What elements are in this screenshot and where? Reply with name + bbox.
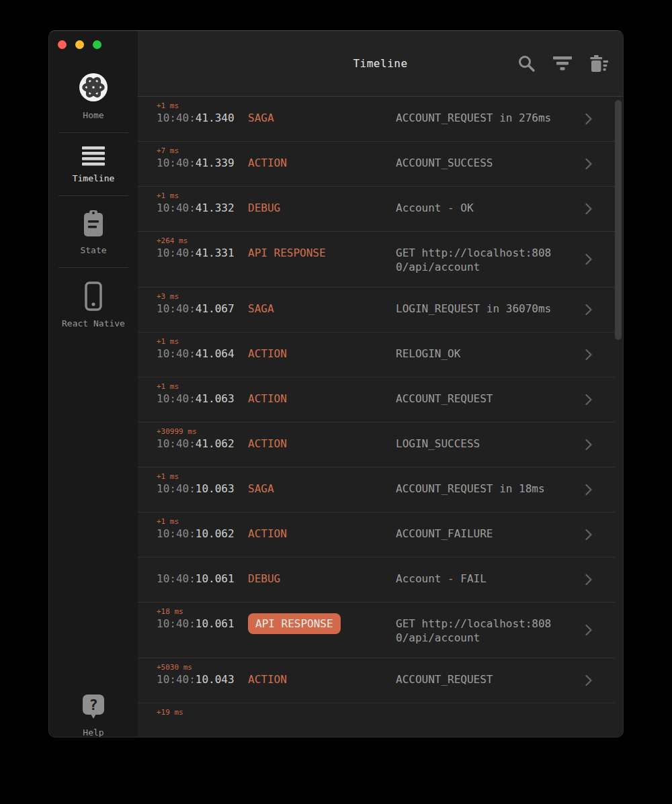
sidebar-item-home[interactable]: Home xyxy=(49,62,138,128)
row-description: ACCOUNT_FAILURE xyxy=(396,527,554,541)
sidebar-divider xyxy=(58,267,128,268)
row-timestamp: 10:40:10.061 xyxy=(157,617,248,631)
row-description: ACCOUNT_SUCCESS xyxy=(396,156,554,170)
row-timestamp: 10:40:41.331 xyxy=(157,246,248,260)
sidebar-item-label: Home xyxy=(83,110,103,120)
sidebar-item-label: Timeline xyxy=(73,173,115,183)
row-description: ACCOUNT_REQUEST xyxy=(396,672,554,686)
row-delta-ms: +1 ms xyxy=(157,337,615,347)
row-delta-ms: +1 ms xyxy=(157,101,615,111)
row-type-label: ACTION xyxy=(248,347,396,361)
row-description: Account - OK xyxy=(396,201,554,215)
sidebar: Home Timeline xyxy=(49,31,138,738)
row-description: LOGIN_SUCCESS xyxy=(396,437,554,451)
row-type-label: DEBUG xyxy=(248,201,396,215)
row-timestamp: 10:40:41.063 xyxy=(157,392,248,406)
row-delta-ms: +1 ms xyxy=(157,472,615,482)
row-type-label: ACTION xyxy=(248,527,396,541)
row-description: ACCOUNT_REQUEST in 276ms xyxy=(396,111,554,125)
chevron-right-icon xyxy=(585,159,592,170)
row-timestamp: 10:40:10.063 xyxy=(157,482,248,496)
help-icon: ? xyxy=(82,694,105,723)
row-type-label: DEBUG xyxy=(248,572,396,586)
clear-list-icon[interactable] xyxy=(589,55,608,73)
row-type-label: ACTION xyxy=(248,437,396,451)
timeline-row[interactable]: +1 ms 10:40:41.332 DEBUG Account - OK xyxy=(138,187,615,232)
row-delta-ms: +1 ms xyxy=(157,382,615,392)
traffic-lights xyxy=(49,31,138,49)
row-delta-ms: +264 ms xyxy=(157,236,615,246)
filter-icon[interactable] xyxy=(553,55,572,73)
timeline-row[interactable]: +19 ms xyxy=(138,703,615,738)
sidebar-nav: Home Timeline xyxy=(49,62,138,337)
row-delta-ms: +3 ms xyxy=(157,292,615,302)
search-icon[interactable] xyxy=(517,55,536,73)
timeline-row[interactable]: +1 ms 10:40:41.340 SAGA ACCOUNT_REQUEST … xyxy=(138,97,615,142)
sidebar-item-label: State xyxy=(80,245,106,255)
timeline-list-icon xyxy=(82,146,105,169)
row-type-label: SAGA xyxy=(248,111,396,125)
row-delta-ms: +30999 ms xyxy=(157,427,615,437)
row-description: GET http://localhost:8080/api/account xyxy=(396,617,554,645)
row-delta-ms: +1 ms xyxy=(157,517,615,527)
sidebar-divider xyxy=(58,132,128,133)
row-type-label: ACTION xyxy=(248,672,396,686)
row-timestamp: 10:40:10.043 xyxy=(157,672,248,686)
row-description: ACCOUNT_REQUEST xyxy=(396,392,554,406)
header: Timeline xyxy=(138,31,623,97)
timeline-row[interactable]: +3 ms 10:40:41.067 SAGA LOGIN_REQUEST in… xyxy=(138,287,615,332)
timeline-row[interactable]: +5030 ms 10:40:10.043 ACTION ACCOUNT_REQ… xyxy=(138,658,615,703)
row-description: RELOGIN_OK xyxy=(396,347,554,361)
close-button[interactable] xyxy=(58,40,67,49)
sidebar-item-timeline[interactable]: Timeline xyxy=(49,137,138,191)
chevron-right-icon xyxy=(585,625,592,636)
timeline-row[interactable]: +30999 ms 10:40:41.062 ACTION LOGIN_SUCC… xyxy=(138,422,615,467)
row-description: Account - FAIL xyxy=(396,572,554,586)
timeline-row[interactable]: +18 ms 10:40:10.061 API RESPONSE GET htt… xyxy=(138,602,615,658)
sidebar-item-label: Help xyxy=(83,727,103,738)
svg-text:?: ? xyxy=(89,697,97,713)
row-description: ACCOUNT_REQUEST in 18ms xyxy=(396,482,554,496)
row-delta-ms xyxy=(157,562,615,572)
sidebar-item-state[interactable]: State xyxy=(49,200,138,263)
row-type-label: API RESPONSE xyxy=(248,617,396,637)
minimize-button[interactable] xyxy=(75,40,84,49)
row-timestamp: 10:40:41.062 xyxy=(157,437,248,451)
row-type-label: SAGA xyxy=(248,482,396,496)
row-delta-ms: +19 ms xyxy=(157,708,615,717)
row-delta-ms: +7 ms xyxy=(157,146,615,156)
main-panel: Timeline xyxy=(138,31,623,738)
row-delta-ms: +18 ms xyxy=(157,607,615,617)
row-type-label: API RESPONSE xyxy=(248,246,396,260)
clipboard-icon xyxy=(81,210,106,240)
smartphone-icon xyxy=(83,281,103,314)
chevron-right-icon xyxy=(585,349,592,361)
sidebar-item-help[interactable]: ? Help xyxy=(49,694,138,738)
chevron-right-icon xyxy=(585,675,592,686)
timeline-row[interactable]: +1 ms 10:40:41.063 ACTION ACCOUNT_REQUES… xyxy=(138,377,615,422)
chevron-right-icon xyxy=(585,114,592,125)
timeline-row[interactable]: +1 ms 10:40:10.062 ACTION ACCOUNT_FAILUR… xyxy=(138,512,615,557)
row-timestamp: 10:40:41.340 xyxy=(157,111,248,125)
chevron-right-icon xyxy=(585,304,592,316)
sidebar-item-label: React Native xyxy=(62,318,125,328)
row-description: LOGIN_REQUEST in 36070ms xyxy=(396,302,554,316)
timeline-row[interactable]: +7 ms 10:40:41.339 ACTION ACCOUNT_SUCCES… xyxy=(138,142,615,187)
timeline-row[interactable]: +1 ms 10:40:41.064 ACTION RELOGIN_OK xyxy=(138,332,615,377)
zoom-button[interactable] xyxy=(93,40,101,49)
row-timestamp: 10:40:41.064 xyxy=(157,347,248,361)
timeline-row[interactable]: +264 ms 10:40:41.331 API RESPONSE GET ht… xyxy=(138,232,615,287)
chevron-right-icon xyxy=(585,529,592,541)
sidebar-divider xyxy=(58,195,128,196)
chevron-right-icon xyxy=(585,484,592,496)
row-delta-ms: +1 ms xyxy=(157,191,615,201)
timeline-row[interactable]: 10:40:10.061 DEBUG Account - FAIL xyxy=(138,557,615,602)
chevron-right-icon xyxy=(585,394,592,406)
row-timestamp: 10:40:41.339 xyxy=(157,156,248,170)
timeline-row[interactable]: +1 ms 10:40:10.063 SAGA ACCOUNT_REQUEST … xyxy=(138,467,615,512)
row-timestamp: 10:40:41.067 xyxy=(157,302,248,316)
vertical-scrollbar[interactable] xyxy=(615,100,622,340)
timeline-rows: +1 ms 10:40:41.340 SAGA ACCOUNT_REQUEST … xyxy=(138,97,623,738)
sidebar-item-react-native[interactable]: React Native xyxy=(49,272,138,337)
row-type-label: SAGA xyxy=(248,302,396,316)
